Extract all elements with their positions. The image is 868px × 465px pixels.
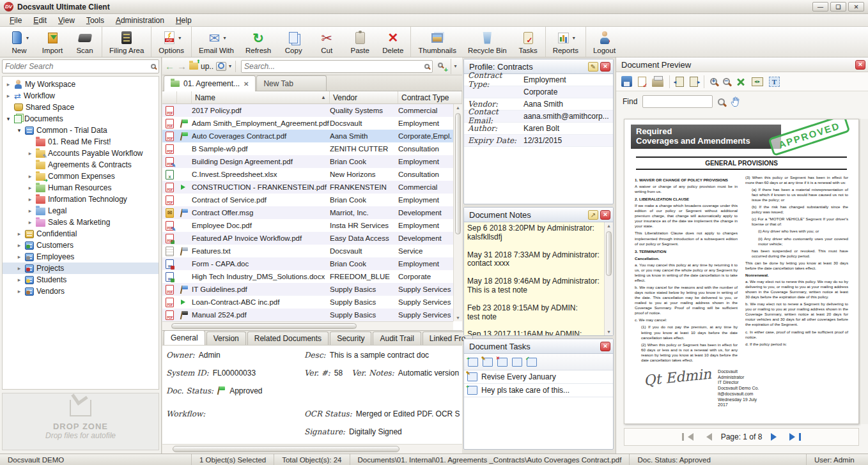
expand-arrow-icon[interactable]	[16, 242, 22, 248]
column-flag[interactable]	[177, 91, 192, 103]
search-icon[interactable]	[151, 64, 156, 69]
dropdown-arrow-icon[interactable]: ▾	[223, 35, 226, 41]
fit-page-icon[interactable]	[736, 77, 746, 87]
file-list-hscrollbar[interactable]	[162, 321, 453, 330]
toolbar-button[interactable]: ✕ Delete	[376, 27, 411, 57]
save-icon[interactable]	[621, 76, 632, 87]
edit-profile-icon[interactable]: ✎	[588, 62, 598, 72]
text-select-icon[interactable]: T	[769, 77, 780, 87]
advanced-search-icon[interactable]	[437, 61, 448, 72]
column-contract-type[interactable]: Contract Type	[398, 91, 462, 103]
tree-item[interactable]: Common Expenses	[3, 171, 159, 182]
pan-hand-icon[interactable]	[730, 96, 741, 107]
notes-list[interactable]: Sep 6 2018 3:20PM by Administrator: kals…	[464, 222, 604, 335]
column-name[interactable]: Name▲	[192, 91, 330, 103]
toolbar-button[interactable]: Tasks	[513, 27, 546, 57]
file-row[interactable]: Contract of Service.pdf Brian Cook Emplo…	[162, 194, 453, 206]
fit-width-icon[interactable]: ◂▸	[752, 77, 763, 86]
preview-vscrollbar[interactable]	[860, 119, 868, 424]
up-folder-icon[interactable]	[189, 63, 198, 70]
tree-item[interactable]: Common - Trial Data	[3, 125, 159, 136]
expand-arrow-icon[interactable]	[27, 185, 33, 191]
preview-page[interactable]: Required Coverages and Amendments APPROV…	[624, 119, 859, 424]
print-icon[interactable]	[652, 79, 663, 87]
tree-item[interactable]: Employees	[3, 251, 159, 263]
next-page-button[interactable]	[771, 433, 780, 441]
tree-item[interactable]: Documents	[3, 113, 159, 125]
tree-item[interactable]: My Workspace	[3, 79, 159, 90]
tree-item[interactable]: Confidential	[3, 228, 159, 240]
toolbar-overflow-button[interactable]: ▾	[451, 59, 460, 74]
notes-close-icon[interactable]: ✕	[600, 210, 610, 220]
expand-arrow-icon[interactable]	[16, 127, 22, 133]
menu-item[interactable]: Tools	[81, 15, 110, 26]
menu-item[interactable]: Help	[170, 15, 198, 26]
forward-button[interactable]: →	[177, 61, 187, 71]
menu-item[interactable]: File	[4, 15, 27, 26]
preview-dropdown-arrow-icon[interactable]: ▾	[229, 63, 231, 69]
expand-arrow-icon[interactable]	[27, 208, 33, 214]
zoom-out-icon[interactable]	[723, 78, 730, 85]
expand-arrow-icon[interactable]	[16, 265, 22, 271]
last-page-button[interactable]	[789, 433, 801, 441]
file-row[interactable]: Employee Doc.pdf Insta HR Services Emplo…	[162, 219, 453, 232]
find-search-icon[interactable]	[718, 98, 725, 105]
file-row[interactable]: C.Invest.Spreedsheet.xlsx New Horizons C…	[162, 168, 453, 181]
tree-item[interactable]: 01. Read Me First!	[3, 136, 159, 148]
notes-vscrollbar[interactable]: ▲ ▼	[604, 222, 613, 335]
preview-close-icon[interactable]: ✕	[855, 60, 865, 70]
details-tab[interactable]: General	[164, 330, 205, 345]
tree-item[interactable]: ⇄ Workflow	[3, 90, 159, 102]
toolbar-button[interactable]: Copy	[277, 27, 310, 57]
dropdown-arrow-icon[interactable]: ▾	[178, 35, 181, 41]
preview-toggle-icon[interactable]	[216, 62, 226, 71]
add-task-icon[interactable]	[468, 358, 478, 367]
zoom-in-icon[interactable]	[710, 78, 717, 85]
expand-arrow-icon[interactable]	[16, 277, 22, 283]
menu-item[interactable]: Administration	[110, 15, 170, 26]
delete-task-icon[interactable]	[497, 358, 508, 367]
notes-popout-icon[interactable]: ↗	[588, 210, 598, 220]
menu-item[interactable]: View	[52, 15, 81, 26]
expand-arrow-icon[interactable]	[16, 254, 22, 260]
file-row[interactable]: Features.txt Docsvault Service	[162, 245, 453, 257]
file-search-input[interactable]	[244, 62, 424, 71]
tree-item[interactable]: Sales & Marketing	[3, 217, 159, 228]
file-row[interactable]: High Tech Industry_DMS_Solutions.docx FR…	[162, 270, 453, 283]
folder-search-box[interactable]	[2, 59, 159, 73]
tab-new[interactable]: New Tab	[256, 75, 327, 91]
details-tab[interactable]: Security	[330, 332, 371, 345]
tree-item[interactable]: Information Technology	[3, 194, 159, 205]
expand-arrow-icon[interactable]	[27, 150, 33, 156]
profile-close-icon[interactable]: ✕	[600, 62, 610, 72]
toolbar-button[interactable]: ▾ New	[3, 27, 36, 57]
edit-task-icon[interactable]	[483, 358, 493, 367]
toolbar-button[interactable]: Paste	[343, 27, 376, 57]
toolbar-button[interactable]: ↻ Refresh	[240, 27, 277, 57]
toolbar-button[interactable]: Recycle Bin	[462, 27, 513, 57]
tab-close-icon[interactable]: ✕	[244, 80, 249, 88]
tasks-close-icon[interactable]: ✕	[600, 342, 610, 351]
toolbar-button[interactable]: Logout	[587, 27, 621, 57]
find-input[interactable]	[642, 95, 713, 108]
restore-button[interactable]: ❏	[830, 2, 846, 11]
minimize-button[interactable]: —	[812, 2, 828, 11]
back-button[interactable]: ←	[165, 61, 174, 71]
column-icon[interactable]	[162, 91, 177, 103]
toolbar-button[interactable]: ✉ ▾ Email With	[193, 27, 240, 57]
task-item[interactable]: Revise Every January	[464, 370, 613, 384]
export-icon[interactable]	[638, 77, 646, 87]
file-row[interactable]: Manual 2524.pdf Supply Basics Supply Ser…	[162, 309, 453, 321]
expand-arrow-icon[interactable]	[5, 116, 12, 122]
file-row[interactable]: Featured AP Invoice Workflow.pdf Easy Da…	[162, 232, 453, 245]
tree-item[interactable]: Shared Space	[3, 102, 159, 113]
details-hscrollbar[interactable]	[162, 444, 462, 454]
first-page-button[interactable]	[682, 433, 694, 441]
tree-item[interactable]: Accounts Payable Workflow	[3, 148, 159, 159]
file-row[interactable]: IT Guidelines.pdf Supply Basics Supply S…	[162, 283, 453, 296]
toolbar-button[interactable]: ▾ Options	[153, 27, 192, 57]
search-icon[interactable]	[424, 64, 430, 69]
tree-item[interactable]: Students	[3, 274, 159, 286]
expand-arrow-icon[interactable]	[5, 93, 12, 99]
file-row[interactable]: Loan-Contract-ABC inc.pdf Supply Basics …	[162, 296, 453, 309]
